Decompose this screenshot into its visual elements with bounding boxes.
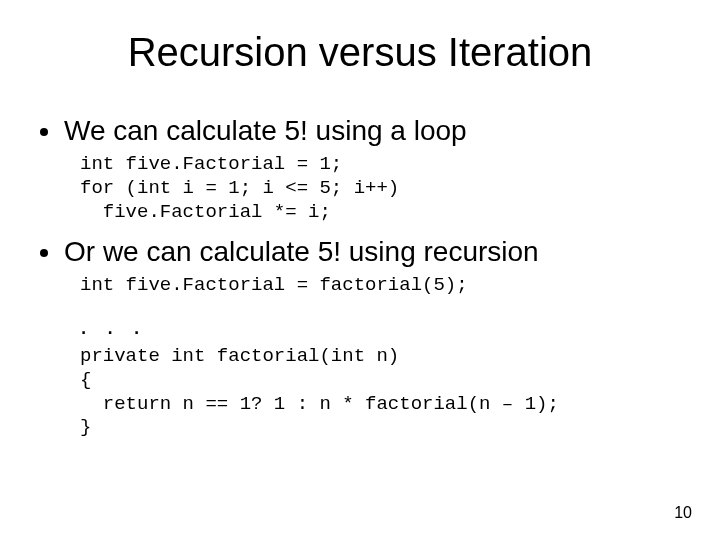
bullet-dot-icon bbox=[40, 249, 48, 257]
bullet-loop-text: We can calculate 5! using a loop bbox=[64, 115, 467, 147]
bullet-recursion: Or we can calculate 5! using recursion bbox=[40, 236, 680, 268]
bullet-recursion-text: Or we can calculate 5! using recursion bbox=[64, 236, 539, 268]
bullet-dot-icon bbox=[40, 128, 48, 136]
code-block-loop: int five.Factorial = 1; for (int i = 1; … bbox=[80, 153, 680, 224]
page-number: 10 bbox=[674, 504, 692, 522]
slide: Recursion versus Iteration We can calcul… bbox=[0, 0, 720, 540]
ellipsis: . . . bbox=[80, 310, 680, 341]
code-block-func: private int factorial(int n) { return n … bbox=[80, 345, 680, 440]
slide-title: Recursion versus Iteration bbox=[40, 30, 680, 75]
code-block-call: int five.Factorial = factorial(5); bbox=[80, 274, 680, 298]
bullet-loop: We can calculate 5! using a loop bbox=[40, 115, 680, 147]
